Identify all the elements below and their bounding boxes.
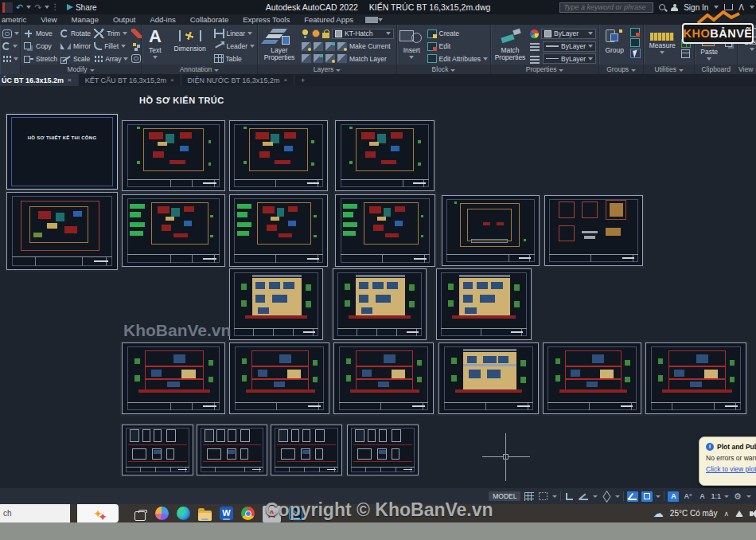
modify-panel-label[interactable]: Modify <box>21 65 141 74</box>
snap-mode-icon[interactable] <box>538 491 549 502</box>
dimension-button[interactable]: Dimension <box>170 26 211 65</box>
weather-text[interactable]: 25°C Có mây <box>670 509 718 518</box>
table-button[interactable]: Table <box>214 53 255 65</box>
tab-collaborate[interactable]: Collaborate <box>183 15 236 24</box>
groups-panel-label[interactable]: Groups <box>599 65 643 74</box>
draw-dropdown-icon[interactable] <box>13 45 18 48</box>
elevation-2[interactable] <box>333 268 427 340</box>
edit-attributes-button[interactable]: Edit Attributes <box>427 53 488 65</box>
customization-gear-icon[interactable]: ⚙ <box>732 491 743 502</box>
mirror-button[interactable]: Mirror <box>60 41 91 53</box>
section-3[interactable] <box>333 342 434 414</box>
floor-plan-2[interactable] <box>229 120 328 191</box>
ribbon-extra-tab-icon[interactable] <box>365 17 378 23</box>
section-5[interactable] <box>645 342 746 414</box>
taskbar-search-box[interactable]: ch <box>0 504 70 522</box>
draw-tool-icon[interactable] <box>2 29 12 38</box>
sign-in-dropdown-icon[interactable] <box>714 6 719 9</box>
explode-icon[interactable] <box>131 41 142 51</box>
user-icon[interactable] <box>671 4 678 11</box>
view-panel-label[interactable]: View » <box>738 65 756 74</box>
doc-tab-ket-cau[interactable]: KẾT CẤU BT 16,3x15,2m× <box>79 74 181 86</box>
draw-tool-icon[interactable] <box>2 55 11 63</box>
undo-icon[interactable]: ↶ <box>16 3 23 11</box>
tab-parametric[interactable]: ametric <box>0 15 33 24</box>
redo-dropdown-icon[interactable] <box>45 6 49 9</box>
redo-icon[interactable]: ↷ <box>34 3 41 11</box>
wifi-icon[interactable] <box>735 511 743 517</box>
undo-dropdown-icon[interactable] <box>26 6 31 9</box>
ortho-mode-icon[interactable] <box>564 491 575 502</box>
lineweight-list-icon[interactable] <box>530 41 540 51</box>
grid-display-icon[interactable] <box>524 491 535 502</box>
polar-tracking-icon[interactable] <box>579 491 590 502</box>
tab-express-tools[interactable]: Express Tools <box>236 15 297 24</box>
tab-view[interactable]: View <box>33 15 64 24</box>
word-icon[interactable]: W <box>220 507 233 520</box>
app-icon[interactable] <box>2 2 13 13</box>
object-snap-tracking-icon[interactable] <box>627 491 638 502</box>
weather-cloud-icon[interactable]: ☁ <box>653 507 664 519</box>
annotation-visibility-icon[interactable]: A <box>668 491 679 502</box>
floor-plan-3[interactable] <box>335 120 435 191</box>
door-window-detail-1[interactable] <box>122 425 193 475</box>
door-window-detail-2[interactable] <box>197 425 267 475</box>
annotation-panel-label[interactable]: Annotation <box>142 65 257 74</box>
array-button[interactable]: Array <box>94 53 128 65</box>
section-2[interactable] <box>229 342 329 414</box>
dim-plan-3[interactable] <box>335 194 435 267</box>
chrome-icon[interactable] <box>241 507 255 520</box>
search-icon[interactable] <box>659 4 665 10</box>
doc-tab-dien-nuoc[interactable]: ĐIỆN NƯỚC BT 16,3x15,2m× <box>181 74 294 86</box>
text-button[interactable]: A Text <box>144 26 166 65</box>
linetype-dropdown[interactable]: ByLayer <box>543 53 596 64</box>
layer-on-icon[interactable] <box>302 29 310 38</box>
snap-dropdown-icon[interactable] <box>552 495 557 498</box>
file-explorer-icon[interactable] <box>198 507 212 520</box>
cover-sheet[interactable]: HỒ SƠ THIẾT KẾ THI CÔNG <box>6 114 118 190</box>
match-layer-button[interactable]: Match Layer <box>302 53 394 65</box>
section-1[interactable] <box>122 342 225 414</box>
dim-plan-1[interactable] <box>122 194 225 267</box>
properties-panel-label[interactable]: Properties <box>491 65 598 74</box>
create-block-button[interactable]: Create <box>427 28 488 40</box>
tab-featured-apps[interactable]: Featured Apps <box>297 15 360 24</box>
copilot-icon[interactable] <box>155 507 169 520</box>
draw-tool-icon[interactable] <box>2 42 10 50</box>
stair-details[interactable] <box>544 195 643 266</box>
scale-dropdown-icon[interactable] <box>724 495 729 498</box>
utilities-panel-label[interactable]: Utilities <box>644 65 694 74</box>
edit-block-button[interactable]: Edit <box>427 41 488 53</box>
section-4[interactable] <box>543 342 641 414</box>
door-window-detail-4[interactable] <box>347 425 419 475</box>
volume-icon[interactable] <box>750 511 753 516</box>
trim-button[interactable]: Trim <box>94 28 128 40</box>
scale-button[interactable]: Scale <box>60 53 91 65</box>
rear-elevation[interactable] <box>438 342 539 414</box>
ungroup-icon[interactable] <box>630 28 640 37</box>
close-tab-icon[interactable]: × <box>283 76 287 84</box>
layer-properties-button[interactable]: Layer Properties <box>260 26 298 65</box>
layer-select-dropdown[interactable]: KT-Hatch <box>332 29 394 39</box>
tray-chevron-icon[interactable]: ∧ <box>723 510 729 518</box>
draw-dropdown-icon[interactable] <box>14 57 18 61</box>
ribbon-extra-dropdown-icon[interactable] <box>378 18 383 22</box>
group-edit-icon[interactable] <box>630 38 640 47</box>
fillet-button[interactable]: Fillet <box>94 41 128 53</box>
rotate-button[interactable]: Rotate <box>60 28 91 40</box>
linear-button[interactable]: Linear <box>214 28 255 40</box>
make-current-button[interactable]: Make Current <box>302 41 394 53</box>
copy-button[interactable]: Copy <box>23 41 57 53</box>
group-select-icon[interactable] <box>630 49 641 58</box>
stretch-button[interactable]: Stretch <box>23 53 57 65</box>
osnap-dropdown-icon[interactable] <box>656 495 661 498</box>
door-window-detail-3[interactable] <box>271 425 342 475</box>
help-search-input[interactable] <box>559 2 653 13</box>
doc-tab-kien-truc[interactable]: ÚC BT 16.3x15.2m× <box>0 74 79 86</box>
lineweight-dropdown[interactable]: ByLayer <box>543 41 596 52</box>
move-button[interactable]: Move <box>23 28 57 40</box>
erase-icon[interactable] <box>131 29 142 38</box>
color-dropdown[interactable]: ByLayer <box>541 29 596 39</box>
annotation-scale-value[interactable]: 1:1 <box>711 492 721 500</box>
polar-dropdown-icon[interactable] <box>593 495 598 498</box>
